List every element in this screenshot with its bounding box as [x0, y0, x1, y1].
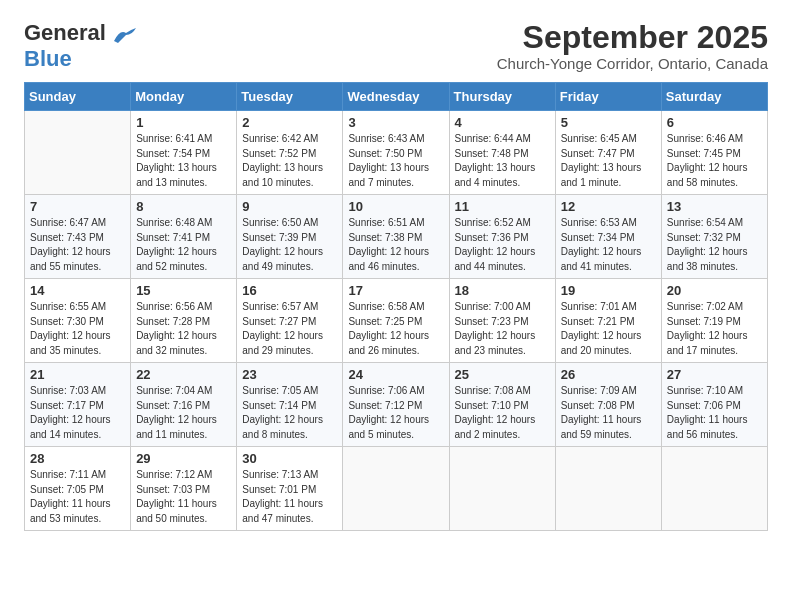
day-info: Sunrise: 7:09 AMSunset: 7:08 PMDaylight:…: [561, 384, 656, 442]
day-info: Sunrise: 6:51 AMSunset: 7:38 PMDaylight:…: [348, 216, 443, 274]
calendar-cell: 10Sunrise: 6:51 AMSunset: 7:38 PMDayligh…: [343, 195, 449, 279]
day-number: 9: [242, 199, 337, 214]
day-info: Sunrise: 6:41 AMSunset: 7:54 PMDaylight:…: [136, 132, 231, 190]
calendar-table: SundayMondayTuesdayWednesdayThursdayFrid…: [24, 82, 768, 531]
calendar-cell: 1Sunrise: 6:41 AMSunset: 7:54 PMDaylight…: [131, 111, 237, 195]
day-number: 5: [561, 115, 656, 130]
col-header-saturday: Saturday: [661, 83, 767, 111]
calendar-cell: 17Sunrise: 6:58 AMSunset: 7:25 PMDayligh…: [343, 279, 449, 363]
calendar-cell: 25Sunrise: 7:08 AMSunset: 7:10 PMDayligh…: [449, 363, 555, 447]
day-info: Sunrise: 7:10 AMSunset: 7:06 PMDaylight:…: [667, 384, 762, 442]
calendar-cell: 12Sunrise: 6:53 AMSunset: 7:34 PMDayligh…: [555, 195, 661, 279]
day-number: 3: [348, 115, 443, 130]
calendar-week-row: 21Sunrise: 7:03 AMSunset: 7:17 PMDayligh…: [25, 363, 768, 447]
calendar-cell: [25, 111, 131, 195]
calendar-cell: 8Sunrise: 6:48 AMSunset: 7:41 PMDaylight…: [131, 195, 237, 279]
day-info: Sunrise: 6:48 AMSunset: 7:41 PMDaylight:…: [136, 216, 231, 274]
calendar-cell: 21Sunrise: 7:03 AMSunset: 7:17 PMDayligh…: [25, 363, 131, 447]
day-info: Sunrise: 7:06 AMSunset: 7:12 PMDaylight:…: [348, 384, 443, 442]
day-number: 22: [136, 367, 231, 382]
calendar-week-row: 14Sunrise: 6:55 AMSunset: 7:30 PMDayligh…: [25, 279, 768, 363]
day-info: Sunrise: 6:45 AMSunset: 7:47 PMDaylight:…: [561, 132, 656, 190]
calendar-cell: 28Sunrise: 7:11 AMSunset: 7:05 PMDayligh…: [25, 447, 131, 531]
day-info: Sunrise: 6:52 AMSunset: 7:36 PMDaylight:…: [455, 216, 550, 274]
day-number: 21: [30, 367, 125, 382]
calendar-cell: 5Sunrise: 6:45 AMSunset: 7:47 PMDaylight…: [555, 111, 661, 195]
day-info: Sunrise: 6:50 AMSunset: 7:39 PMDaylight:…: [242, 216, 337, 274]
day-number: 27: [667, 367, 762, 382]
day-number: 14: [30, 283, 125, 298]
calendar-week-row: 28Sunrise: 7:11 AMSunset: 7:05 PMDayligh…: [25, 447, 768, 531]
day-number: 15: [136, 283, 231, 298]
calendar-cell: 29Sunrise: 7:12 AMSunset: 7:03 PMDayligh…: [131, 447, 237, 531]
day-info: Sunrise: 7:00 AMSunset: 7:23 PMDaylight:…: [455, 300, 550, 358]
day-number: 20: [667, 283, 762, 298]
day-number: 2: [242, 115, 337, 130]
day-info: Sunrise: 7:08 AMSunset: 7:10 PMDaylight:…: [455, 384, 550, 442]
day-info: Sunrise: 7:02 AMSunset: 7:19 PMDaylight:…: [667, 300, 762, 358]
header: General Blue September 2025 Church-Yonge…: [24, 20, 768, 72]
day-number: 6: [667, 115, 762, 130]
calendar-cell: 16Sunrise: 6:57 AMSunset: 7:27 PMDayligh…: [237, 279, 343, 363]
calendar-cell: 23Sunrise: 7:05 AMSunset: 7:14 PMDayligh…: [237, 363, 343, 447]
col-header-wednesday: Wednesday: [343, 83, 449, 111]
day-number: 13: [667, 199, 762, 214]
logo-text: General: [24, 20, 138, 46]
col-header-friday: Friday: [555, 83, 661, 111]
calendar-cell: [449, 447, 555, 531]
calendar-cell: 27Sunrise: 7:10 AMSunset: 7:06 PMDayligh…: [661, 363, 767, 447]
calendar-cell: 13Sunrise: 6:54 AMSunset: 7:32 PMDayligh…: [661, 195, 767, 279]
day-number: 4: [455, 115, 550, 130]
day-number: 23: [242, 367, 337, 382]
calendar-cell: 22Sunrise: 7:04 AMSunset: 7:16 PMDayligh…: [131, 363, 237, 447]
day-info: Sunrise: 7:01 AMSunset: 7:21 PMDaylight:…: [561, 300, 656, 358]
day-info: Sunrise: 7:04 AMSunset: 7:16 PMDaylight:…: [136, 384, 231, 442]
calendar-week-row: 7Sunrise: 6:47 AMSunset: 7:43 PMDaylight…: [25, 195, 768, 279]
calendar-cell: 18Sunrise: 7:00 AMSunset: 7:23 PMDayligh…: [449, 279, 555, 363]
calendar-cell: 4Sunrise: 6:44 AMSunset: 7:48 PMDaylight…: [449, 111, 555, 195]
calendar-header-row: SundayMondayTuesdayWednesdayThursdayFrid…: [25, 83, 768, 111]
logo: General Blue: [24, 20, 138, 72]
day-info: Sunrise: 6:47 AMSunset: 7:43 PMDaylight:…: [30, 216, 125, 274]
day-info: Sunrise: 6:42 AMSunset: 7:52 PMDaylight:…: [242, 132, 337, 190]
calendar-cell: 11Sunrise: 6:52 AMSunset: 7:36 PMDayligh…: [449, 195, 555, 279]
calendar-cell: 15Sunrise: 6:56 AMSunset: 7:28 PMDayligh…: [131, 279, 237, 363]
day-number: 12: [561, 199, 656, 214]
day-number: 11: [455, 199, 550, 214]
day-info: Sunrise: 6:44 AMSunset: 7:48 PMDaylight:…: [455, 132, 550, 190]
day-info: Sunrise: 6:54 AMSunset: 7:32 PMDaylight:…: [667, 216, 762, 274]
calendar-cell: 6Sunrise: 6:46 AMSunset: 7:45 PMDaylight…: [661, 111, 767, 195]
calendar-cell: 14Sunrise: 6:55 AMSunset: 7:30 PMDayligh…: [25, 279, 131, 363]
calendar-cell: 9Sunrise: 6:50 AMSunset: 7:39 PMDaylight…: [237, 195, 343, 279]
day-number: 16: [242, 283, 337, 298]
calendar-cell: 3Sunrise: 6:43 AMSunset: 7:50 PMDaylight…: [343, 111, 449, 195]
day-info: Sunrise: 7:03 AMSunset: 7:17 PMDaylight:…: [30, 384, 125, 442]
calendar-cell: 2Sunrise: 6:42 AMSunset: 7:52 PMDaylight…: [237, 111, 343, 195]
day-info: Sunrise: 6:58 AMSunset: 7:25 PMDaylight:…: [348, 300, 443, 358]
col-header-thursday: Thursday: [449, 83, 555, 111]
col-header-tuesday: Tuesday: [237, 83, 343, 111]
day-number: 30: [242, 451, 337, 466]
calendar-cell: 30Sunrise: 7:13 AMSunset: 7:01 PMDayligh…: [237, 447, 343, 531]
logo-bottom-text: Blue: [24, 46, 72, 72]
day-info: Sunrise: 6:53 AMSunset: 7:34 PMDaylight:…: [561, 216, 656, 274]
day-number: 7: [30, 199, 125, 214]
page-subtitle: Church-Yonge Corridor, Ontario, Canada: [497, 55, 768, 72]
day-number: 29: [136, 451, 231, 466]
day-info: Sunrise: 7:05 AMSunset: 7:14 PMDaylight:…: [242, 384, 337, 442]
day-number: 17: [348, 283, 443, 298]
calendar-cell: 19Sunrise: 7:01 AMSunset: 7:21 PMDayligh…: [555, 279, 661, 363]
day-info: Sunrise: 6:43 AMSunset: 7:50 PMDaylight:…: [348, 132, 443, 190]
calendar-cell: [661, 447, 767, 531]
calendar-week-row: 1Sunrise: 6:41 AMSunset: 7:54 PMDaylight…: [25, 111, 768, 195]
day-info: Sunrise: 7:12 AMSunset: 7:03 PMDaylight:…: [136, 468, 231, 526]
col-header-sunday: Sunday: [25, 83, 131, 111]
day-info: Sunrise: 6:56 AMSunset: 7:28 PMDaylight:…: [136, 300, 231, 358]
calendar-cell: 24Sunrise: 7:06 AMSunset: 7:12 PMDayligh…: [343, 363, 449, 447]
calendar-cell: [555, 447, 661, 531]
day-info: Sunrise: 6:57 AMSunset: 7:27 PMDaylight:…: [242, 300, 337, 358]
day-number: 26: [561, 367, 656, 382]
day-number: 25: [455, 367, 550, 382]
day-number: 24: [348, 367, 443, 382]
title-area: September 2025 Church-Yonge Corridor, On…: [497, 20, 768, 72]
